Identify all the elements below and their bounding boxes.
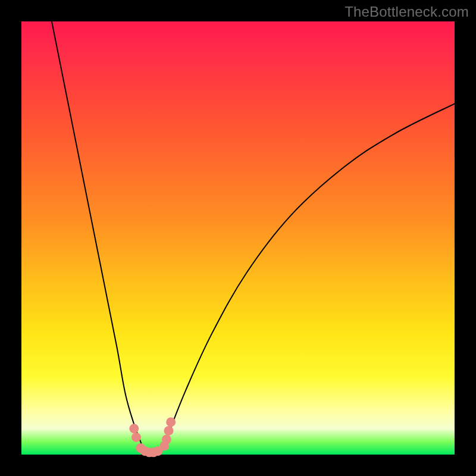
watermark-text: TheBottleneck.com (345, 4, 469, 20)
highlight-dots-point (164, 426, 174, 436)
highlight-dots-point (131, 433, 141, 442)
highlight-dots-point (162, 435, 171, 444)
curves-svg (21, 21, 455, 455)
highlight-dots-point (166, 417, 176, 427)
curve-left (52, 21, 145, 455)
chart-frame: TheBottleneck.com (0, 0, 476, 476)
curve-right (160, 104, 455, 455)
highlight-dots-point (129, 424, 139, 433)
plot-area (21, 21, 455, 455)
